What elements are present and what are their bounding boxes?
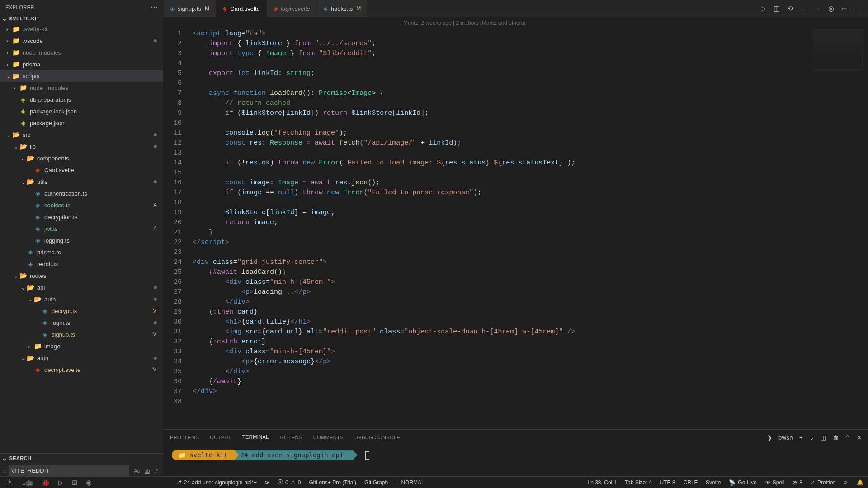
scm-icon[interactable]: ⎇12 <box>22 479 33 487</box>
extensions-icon[interactable]: ⊞ <box>72 479 78 487</box>
status-branch[interactable]: ⎇ 24-add-user-signuplogin-api*+ <box>175 479 257 486</box>
folder-item[interactable]: ›📁prisma <box>0 58 163 70</box>
split-icon[interactable]: ◫ <box>774 5 780 13</box>
layout-icon[interactable]: ▭ <box>841 5 848 13</box>
whole-word-icon[interactable]: ab <box>142 467 151 474</box>
panel-tab-terminal[interactable]: TERMINAL <box>242 434 269 441</box>
project-section-header[interactable]: ⌄ SVELTE-KIT <box>0 14 163 23</box>
file-item[interactable]: ◈authentication.ts <box>0 188 163 199</box>
file-item[interactable]: ◈decrypt.svelteM <box>0 364 163 375</box>
folder-item[interactable]: ›📁node_modules <box>0 47 163 58</box>
file-item[interactable]: ◈reddit.ts <box>0 258 163 270</box>
status-tab-size[interactable]: Tab Size: 4 <box>625 479 651 486</box>
file-item[interactable]: ◈cookies.tsA <box>0 199 163 211</box>
status-eol[interactable]: CRLF <box>684 479 698 486</box>
status-sync[interactable]: ⟳ <box>265 479 269 486</box>
gutter: 1234567891011121314151617181920212223242… <box>164 29 193 429</box>
terminal-shell-icon[interactable]: ❯ <box>767 434 772 441</box>
new-terminal-icon[interactable]: + <box>799 434 803 441</box>
files-icon[interactable]: 🗐 <box>7 479 14 486</box>
debug-icon[interactable]: 🐞 <box>42 479 50 487</box>
search-input[interactable] <box>9 465 129 476</box>
folder-item[interactable]: ⌄📂utils <box>0 176 163 188</box>
explorer-title: EXPLORER <box>5 5 34 10</box>
file-item[interactable]: ◈package.json <box>0 117 163 129</box>
folder-item[interactable]: ›📁.svelte-kit <box>0 23 163 35</box>
regex-icon[interactable]: .* <box>153 467 160 474</box>
close-panel-icon[interactable]: ✕ <box>857 434 862 441</box>
folder-item[interactable]: ›📁.vscode <box>0 35 163 47</box>
panel-tab-gitlens[interactable]: GITLENS <box>280 435 302 440</box>
file-item[interactable]: ◈prisma.ts <box>0 246 163 258</box>
terminal-dropdown-icon[interactable]: ⌄ <box>809 434 814 441</box>
file-item[interactable]: ◈logging.ts <box>0 235 163 246</box>
run-debug-icon[interactable]: ▷ <box>58 479 64 487</box>
status-language[interactable]: Svelte <box>706 479 721 486</box>
status-golive[interactable]: 📡 Go Live <box>729 479 756 486</box>
file-item[interactable]: ◈package-lock.json <box>0 105 163 117</box>
kill-terminal-icon[interactable]: 🗑 <box>833 434 839 441</box>
code-editor[interactable]: 1234567891011121314151617181920212223242… <box>164 29 868 429</box>
editor-tabs: ◈signup.tsM◈Card.svelte◈login.svelte◈hoo… <box>164 0 368 17</box>
folder-item[interactable]: ⌄📂src <box>0 129 163 141</box>
folder-item[interactable]: ⌄📂auth <box>0 293 163 305</box>
status-problems[interactable]: ⓧ 0 ⚠ 0 <box>278 479 301 486</box>
tab-actions: ▷ ◫ ⟲ ← → ◎ ▭ ⋯ <box>761 5 868 13</box>
code-content[interactable]: <script lang="ts"> import { linkStore } … <box>193 29 868 429</box>
editor-tab[interactable]: ◈login.svelte <box>267 0 317 17</box>
match-case-icon[interactable]: Aa <box>132 467 142 474</box>
editor-tab[interactable]: ◈Card.svelte <box>216 0 267 17</box>
panel-tab-problems[interactable]: PROBLEMS <box>170 435 199 440</box>
blame-annotation: Moritz, 2 weeks ago | 2 authors (Moritz … <box>164 17 868 29</box>
folder-item[interactable]: ›📁image <box>0 340 163 352</box>
explorer-header: EXPLORER ⋯ <box>0 0 163 14</box>
terminal-prompt: 📁 svelte-kit 24-add-user-signuplogin-api <box>172 450 358 460</box>
editor-tab[interactable]: ◈signup.tsM <box>164 0 216 17</box>
panel-tab-debug[interactable]: DEBUG CONSOLE <box>354 435 400 440</box>
status-cursor-pos[interactable]: Ln 38, Col 1 <box>588 479 617 486</box>
status-spell[interactable]: 👁 Spell <box>765 479 785 486</box>
maximize-panel-icon[interactable]: ⌃ <box>845 434 850 441</box>
compare-icon[interactable]: ⟲ <box>787 5 793 13</box>
search-expand-icon[interactable]: › <box>4 467 6 474</box>
status-bell-icon[interactable]: 🔔 <box>857 479 863 486</box>
split-terminal-icon[interactable]: ◫ <box>821 434 826 441</box>
status-gitlens[interactable]: GitLens+ Pro (Trial) <box>309 479 356 486</box>
folder-item[interactable]: ⌄📂components <box>0 152 163 164</box>
navigate-icon[interactable]: ◎ <box>828 5 834 13</box>
panel-tab-output[interactable]: OUTPUT <box>210 435 231 440</box>
status-encoding[interactable]: UTF-8 <box>660 479 675 486</box>
status-spell-count[interactable]: ⊜ 8 <box>793 479 802 486</box>
file-item[interactable]: ◈decryption.ts <box>0 211 163 223</box>
status-feedback-icon[interactable]: ☺ <box>843 479 849 486</box>
folder-item[interactable]: ⌄📂api <box>0 282 163 293</box>
file-item[interactable]: ◈jwt.tsA <box>0 223 163 235</box>
folder-item[interactable]: ⌄📂routes <box>0 270 163 282</box>
panel-tab-comments[interactable]: COMMENTS <box>313 435 344 440</box>
remote-icon[interactable]: ◉ <box>86 479 92 487</box>
folder-item[interactable]: ⌄📂lib <box>0 141 163 152</box>
search-header[interactable]: ⌄ SEARCH <box>0 454 163 463</box>
file-item[interactable]: ◈signup.tsM <box>0 328 163 340</box>
file-item[interactable]: ◈decrypt.tsM <box>0 305 163 317</box>
file-item[interactable]: ◈Card.svelte <box>0 164 163 176</box>
file-tree[interactable]: ›📁.svelte-kit›📁.vscode›📁node_modules›📁pr… <box>0 23 163 453</box>
status-gitgraph[interactable]: Git Graph <box>364 479 388 486</box>
terminal-cursor <box>365 451 369 460</box>
folder-item[interactable]: ⌄📂auth <box>0 352 163 364</box>
minimap[interactable] <box>813 29 863 70</box>
explorer-more-icon[interactable]: ⋯ <box>151 3 158 11</box>
nav-fwd-icon[interactable]: → <box>814 5 821 13</box>
more-icon[interactable]: ⋯ <box>855 5 862 13</box>
sidebar: EXPLORER ⋯ ⌄ SVELTE-KIT ›📁.svelte-kit›📁.… <box>0 0 164 488</box>
file-item[interactable]: ◈login.ts <box>0 317 163 328</box>
run-icon[interactable]: ▷ <box>761 5 766 13</box>
nav-back-icon[interactable]: ← <box>800 5 807 13</box>
main: ◈signup.tsM◈Card.svelte◈login.svelte◈hoo… <box>164 0 868 488</box>
folder-item[interactable]: ⌄📂scripts <box>0 70 163 82</box>
folder-item[interactable]: ›📁node_modules <box>0 82 163 94</box>
editor-tab[interactable]: ◈hooks.tsM <box>317 0 368 17</box>
file-item[interactable]: ◈db-preparator.js <box>0 94 163 105</box>
status-prettier[interactable]: ✓ Prettier <box>811 479 835 486</box>
chevron-down-icon: ⌄ <box>2 15 7 22</box>
